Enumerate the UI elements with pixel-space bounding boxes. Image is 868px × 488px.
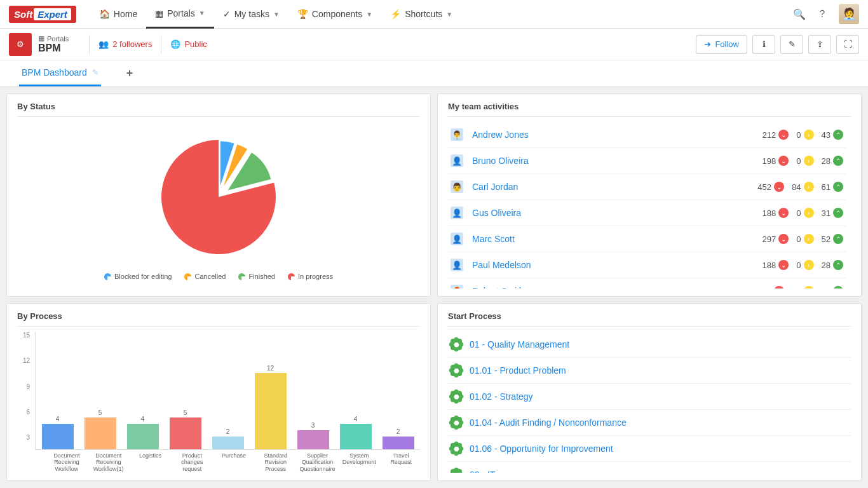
card-team-activities: My team activities 👨‍💼Andrew Jones212 ⌄0… [437,93,862,297]
legend-swatch [184,273,191,280]
user-avatar[interactable]: 🧑‍💼 [839,4,859,24]
team-member-link[interactable]: Paul Medelson [472,260,763,270]
bar[interactable] [127,424,159,449]
bar[interactable] [340,424,372,449]
fullscreen-button[interactable]: ⛶ [836,35,859,54]
team-stats: 674 ⌄86 ›83 ⌃ [757,286,843,288]
bar[interactable] [42,424,74,449]
process-link[interactable]: 02 - IT [470,470,495,473]
bar[interactable] [85,417,116,449]
nav-my-tasks[interactable]: ✓My tasks▼ [214,0,288,29]
legend-swatch [104,273,111,280]
nav-components[interactable]: 🏆Components▼ [288,0,381,29]
team-member-link[interactable]: Marc Scott [472,234,763,244]
add-tab-button[interactable]: + [126,67,133,80]
team-member-link[interactable]: Carl Jordan [472,182,757,192]
stat-yellow: 0 › [796,208,813,218]
nav-icon: 🏠 [99,9,110,19]
stat-red: 198 ⌄ [763,156,789,166]
bar-value: 2 [226,428,230,435]
nav-home[interactable]: 🏠Home [90,0,146,29]
x-label: Travel Request [382,452,420,473]
team-list[interactable]: 👨‍💼Andrew Jones212 ⌄0 ›43 ⌃👤Bruno Olivei… [448,122,851,288]
bar[interactable] [383,437,414,449]
team-member-link[interactable]: Gus Oliveira [472,208,763,218]
nav-label: Shortcuts [405,9,442,19]
followers-link[interactable]: 👥 2 followers [98,39,152,49]
process-link[interactable]: 01.04 - Audit Finding / Nonconformance [470,417,627,428]
search-icon[interactable]: 🔍 [793,8,806,20]
bar[interactable] [170,417,201,449]
stat-green: 43 ⌃ [822,130,843,140]
process-icon: ⬣ [451,443,462,454]
badge-down-icon: ⌄ [778,130,789,140]
logo-expert: Expert [34,8,71,20]
pie-slice-in-progress[interactable] [161,140,276,254]
edit-button[interactable]: ✎ [780,35,803,54]
legend-swatch [288,273,295,280]
visibility-link[interactable]: 🌐 Public [170,39,207,49]
stat-red: 212 ⌄ [763,130,789,140]
card-title: Start Process [448,311,851,327]
bar[interactable] [212,437,244,449]
share-button[interactable]: ⇪ [808,35,831,54]
process-link[interactable]: 01.06 - Opportunity for Improvement [470,444,613,454]
process-row[interactable]: ⬣01 - Quality Management [448,332,851,358]
process-link[interactable]: 01.01 - Product Problem [470,365,566,376]
pie-chart: Blocked for editingCancelledFinishedIn p… [17,122,420,288]
process-row[interactable]: ⬣01.02 - Strategy [448,384,851,410]
badge-down-icon: ⌄ [774,182,784,192]
portal-header: ⚙ ▦Portals BPM 👥 2 followers 🌐 Public ➜ … [0,29,868,60]
badge-up-icon: ⌃ [833,234,843,244]
bar[interactable] [297,430,329,449]
legend-item[interactable]: Blocked for editing [104,273,172,280]
process-icon: ⬣ [451,469,462,473]
process-link[interactable]: 01.02 - Strategy [470,391,533,402]
badge-right-icon: › [804,260,814,270]
follow-button[interactable]: ➜ Follow [696,35,747,54]
tab-bpm-dashboard[interactable]: BPM Dashboard ✎ [19,60,101,86]
team-stats: 297 ⌄0 ›52 ⌃ [763,234,843,244]
help-icon[interactable]: ？ [817,8,827,21]
nav-icon: ⚡ [390,9,401,19]
info-button[interactable]: ℹ [752,35,775,54]
x-label: Purchase [215,452,253,473]
badge-up-icon: ⌃ [833,130,843,140]
stat-red: 297 ⌄ [763,234,789,244]
process-row[interactable]: ⬣02 - IT [448,462,851,473]
nav-portals[interactable]: ▦Portals▼ [146,0,214,29]
bar[interactable] [255,373,287,449]
separator [89,35,90,54]
legend-item[interactable]: In progress [288,273,333,280]
globe-icon: 🌐 [170,39,180,49]
team-row: 👨Carl Jordan452 ⌄84 ›61 ⌃ [448,174,846,200]
card-start-process: Start Process ⬣01 - Quality Management⬣0… [437,303,862,481]
process-row[interactable]: ⬣01.04 - Audit Finding / Nonconformance [448,410,851,436]
bar-chart: 1512963 4545212342 Document Receiving Wo… [17,332,420,473]
avatar: 👤 [451,259,463,271]
process-icon: ⬣ [451,391,462,402]
card-by-process: By Process 1512963 4545212342 Document R… [6,303,431,481]
stat-yellow: 0 › [796,130,813,140]
team-member-link[interactable]: Bruno Oliveira [472,156,763,166]
logo[interactable]: Soft Expert [9,6,76,23]
process-icon: ⬣ [451,365,462,376]
stat-yellow: 86 › [792,286,813,288]
process-row[interactable]: ⬣01.06 - Opportunity for Improvement [448,436,851,462]
process-list[interactable]: ⬣01 - Quality Management⬣01.01 - Product… [448,332,851,473]
badge-down-icon: ⌄ [774,286,784,288]
nav-shortcuts[interactable]: ⚡Shortcuts▼ [381,0,461,29]
legend-item[interactable]: Finished [238,273,275,280]
pencil-icon[interactable]: ✎ [92,68,98,77]
process-row[interactable]: ⬣01.01 - Product Problem [448,358,851,384]
tab-label: BPM Dashboard [22,67,87,78]
process-link[interactable]: 01 - Quality Management [470,339,569,349]
badge-down-icon: ⌄ [778,260,789,270]
y-tick: 9 [26,383,30,390]
stat-green: 28 ⌃ [822,156,843,166]
legend-item[interactable]: Cancelled [184,273,226,280]
portal-crumb: Portals [47,35,69,43]
team-member-link[interactable]: Robert Smith [472,286,757,288]
team-member-link[interactable]: Andrew Jones [472,130,763,140]
stat-yellow: 0 › [796,156,813,166]
